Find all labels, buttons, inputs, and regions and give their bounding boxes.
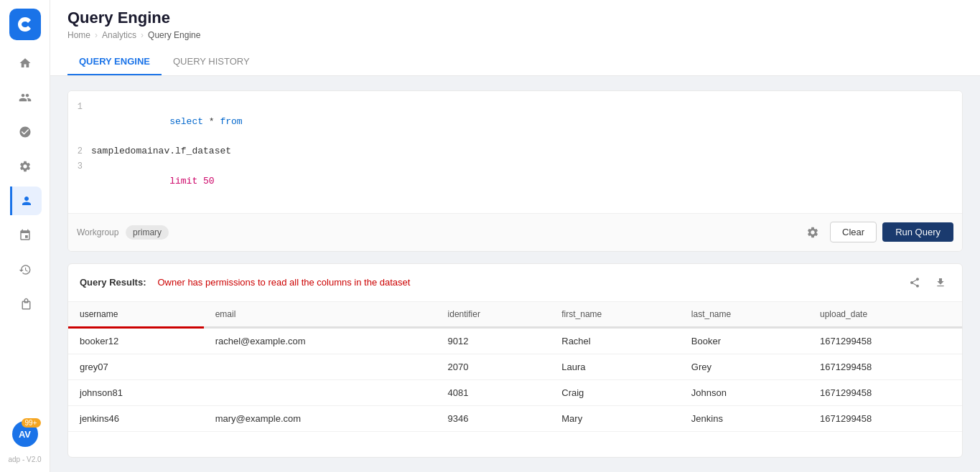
cell-first_name: Craig <box>550 379 680 405</box>
cell-upload_date: 1671299458 <box>808 379 962 405</box>
sidebar-item-settings[interactable] <box>11 152 39 181</box>
cell-username: grey07 <box>68 354 204 379</box>
cell-identifier: 9346 <box>437 405 551 431</box>
sidebar-logo[interactable] <box>9 9 41 40</box>
content-area: 1 select * from 2 sampledomainav.lf_data… <box>50 76 980 472</box>
cell-email <box>204 354 437 379</box>
cell-last_name: Grey <box>680 354 808 379</box>
cell-identifier: 4081 <box>437 379 551 405</box>
line-content-1: select * from <box>91 100 962 144</box>
sidebar-item-group[interactable] <box>11 118 39 146</box>
tab-query-engine[interactable]: QUERY ENGINE <box>67 49 162 75</box>
breadcrumb-home[interactable]: Home <box>67 30 90 40</box>
cell-email <box>204 379 437 405</box>
cell-first_name: Rachel <box>550 327 680 354</box>
page-title: Query Engine <box>67 9 963 27</box>
table-wrapper: username email identifier first_name las… <box>68 302 962 432</box>
results-header: Query Results: Owner has permissions to … <box>68 264 962 302</box>
cell-first_name: Laura <box>550 354 680 379</box>
sidebar-item-home[interactable] <box>11 49 39 77</box>
table-row: jenkins46mary@example.com9346MaryJenkins… <box>68 405 962 431</box>
query-toolbar: Workgroup primary Clear Run Query <box>68 213 962 251</box>
code-line-2: 2 sampledomainav.lf_dataset <box>68 144 962 159</box>
results-icons <box>905 273 951 293</box>
notification-badge: 99+ <box>22 418 41 428</box>
tabs: QUERY ENGINE QUERY HISTORY <box>67 49 963 75</box>
breadcrumb-sep-1: › <box>95 30 98 40</box>
run-query-button[interactable]: Run Query <box>882 222 953 242</box>
sidebar: AV 99+ adp - V2.0 <box>0 0 50 472</box>
download-icon[interactable] <box>930 273 951 293</box>
cell-identifier: 2070 <box>437 354 551 379</box>
col-first-name: first_name <box>550 302 680 328</box>
table-header-row: username email identifier first_name las… <box>68 302 962 328</box>
cell-identifier: 9012 <box>437 327 551 354</box>
results-message: Owner has permissions to read all the co… <box>157 277 410 288</box>
code-line-3: 3 limit 50 <box>68 159 962 204</box>
kw-star: * <box>203 116 220 127</box>
kw-select: select <box>169 116 203 127</box>
main-content: Query Engine Home › Analytics › Query En… <box>50 0 980 472</box>
cell-last_name: Jenkins <box>680 405 808 431</box>
line-num-3: 3 <box>68 160 91 174</box>
sidebar-item-network[interactable] <box>11 221 39 250</box>
line-num-2: 2 <box>68 145 91 159</box>
cell-first_name: Mary <box>550 405 680 431</box>
table-header: username email identifier first_name las… <box>68 302 962 328</box>
breadcrumb-sep-2: › <box>141 30 144 40</box>
workgroup-section: Workgroup primary <box>77 227 169 237</box>
line-content-2: sampledomainav.lf_dataset <box>91 144 962 159</box>
sidebar-item-storage[interactable] <box>11 290 39 318</box>
sidebar-avatar-wrap: AV 99+ <box>12 421 38 447</box>
sidebar-item-person[interactable] <box>10 187 42 215</box>
kw-from: from <box>220 116 242 127</box>
table-row: johnson814081CraigJohnson1671299458 <box>68 379 962 405</box>
toolbar-right: Clear Run Query <box>801 221 953 244</box>
col-last-name: last_name <box>680 302 808 328</box>
col-upload-date: upload_date <box>808 302 962 328</box>
share-icon[interactable] <box>905 273 925 293</box>
cell-email: mary@example.com <box>204 405 437 431</box>
cell-upload_date: 1671299458 <box>808 354 962 379</box>
breadcrumb: Home › Analytics › Query Engine <box>67 30 963 40</box>
results-title: Query Results: <box>80 277 146 288</box>
query-editor-container: 1 select * from 2 sampledomainav.lf_data… <box>67 90 963 252</box>
cell-email: rachel@example.com <box>204 327 437 354</box>
breadcrumb-analytics[interactable]: Analytics <box>102 30 136 40</box>
col-identifier: identifier <box>437 302 551 328</box>
clear-button[interactable]: Clear <box>830 222 877 242</box>
tab-query-history[interactable]: QUERY HISTORY <box>162 49 261 75</box>
table-body: booker12rachel@example.com9012RachelBook… <box>68 327 962 431</box>
cell-last_name: Booker <box>680 327 808 354</box>
workgroup-label: Workgroup <box>77 227 118 237</box>
results-table: username email identifier first_name las… <box>68 302 962 432</box>
kw-limit: limit 50 <box>169 176 214 187</box>
cell-username: jenkins46 <box>68 405 204 431</box>
line-content-3: limit 50 <box>91 159 962 204</box>
cell-upload_date: 1671299458 <box>808 327 962 354</box>
results-container: Query Results: Owner has permissions to … <box>67 263 963 458</box>
page-header: Query Engine Home › Analytics › Query En… <box>50 0 980 76</box>
cell-upload_date: 1671299458 <box>808 405 962 431</box>
code-line-1: 1 select * from <box>68 100 962 144</box>
table-row: booker12rachel@example.com9012RachelBook… <box>68 327 962 354</box>
cell-last_name: Johnson <box>680 379 808 405</box>
breadcrumb-current: Query Engine <box>148 30 200 40</box>
sidebar-item-users[interactable] <box>11 83 39 112</box>
cell-username: johnson81 <box>68 379 204 405</box>
cell-username: booker12 <box>68 327 204 354</box>
col-email: email <box>204 302 437 328</box>
col-username: username <box>68 302 204 328</box>
line-num-1: 1 <box>68 100 91 114</box>
table-row: grey072070LauraGrey1671299458 <box>68 354 962 379</box>
settings-icon[interactable] <box>801 221 824 244</box>
sidebar-item-history[interactable] <box>11 255 39 284</box>
code-editor[interactable]: 1 select * from 2 sampledomainav.lf_data… <box>68 91 962 213</box>
workgroup-badge: primary <box>126 225 169 240</box>
sidebar-version: adp - V2.0 <box>8 456 41 463</box>
